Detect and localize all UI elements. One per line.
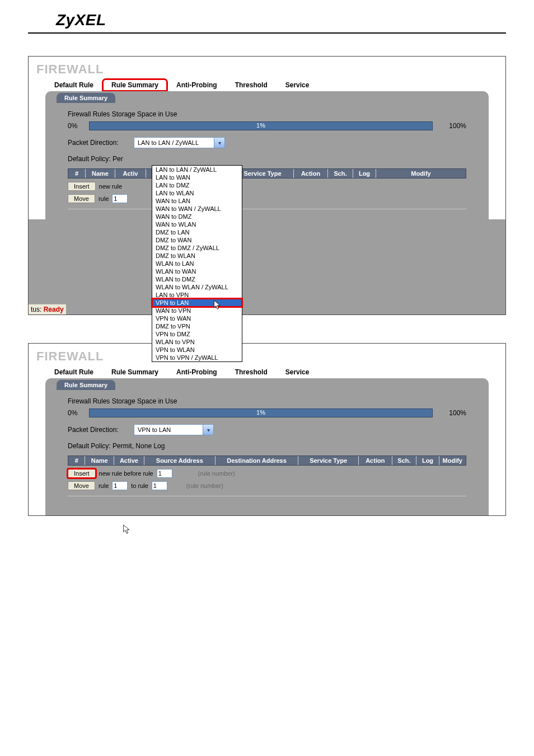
direction-option[interactable]: VPN to WLAN [152, 346, 242, 354]
move-text-b: to rule [131, 482, 148, 489]
tab-threshold-2[interactable]: Threshold [226, 366, 277, 378]
packet-direction-label: Packet Direction: [68, 139, 129, 147]
storage-100pct: 100% [438, 122, 466, 130]
divider-2 [68, 496, 466, 496]
firewall-panel-2: FIREWALL Default Rule Rule Summary Anti-… [28, 343, 506, 516]
rule-summary-body-2: Rule Summary Firewall Rules Storage Spac… [45, 378, 489, 515]
direction-option[interactable]: VPN to LAN [152, 299, 242, 307]
direction-option[interactable]: WLAN to LAN [152, 260, 242, 267]
th-sch-2: Sch. [392, 456, 417, 465]
move-row-2: Move rule to rule (rule number) [68, 481, 466, 490]
inner-tab-rule-summary: Rule Summary [57, 93, 115, 103]
th-dst-2: Destination Address [216, 456, 298, 465]
packet-direction-label-2: Packet Direction: [68, 426, 129, 434]
tab-bar: Default Rule Rule Summary Anti-Probing T… [45, 79, 505, 91]
divider [68, 209, 466, 209]
tab-rule-summary[interactable]: Rule Summary [102, 79, 167, 91]
direction-option[interactable]: LAN to LAN / ZyWALL [152, 166, 242, 173]
direction-option[interactable]: WAN to WLAN [152, 220, 242, 228]
storage-label-2: Firewall Rules Storage Space in Use [68, 397, 466, 405]
direction-option[interactable]: VPN to DMZ [152, 330, 242, 338]
chevron-down-icon[interactable]: ▾ [214, 138, 224, 148]
direction-option[interactable]: DMZ to LAN [152, 228, 242, 236]
packet-direction-select-2[interactable]: VPN to LAN ▾ [134, 424, 214, 435]
direction-option[interactable]: WAN to LAN [152, 197, 242, 205]
chevron-down-icon-2[interactable]: ▾ [203, 425, 213, 435]
insert-text-2: new rule before rule [99, 470, 153, 477]
storage-0pct: 0% [68, 122, 83, 130]
inner-tab-bar-2: Rule Summary [45, 378, 489, 392]
storage-row: 0% 1% 100% [68, 121, 466, 130]
tab-default-rule-2[interactable]: Default Rule [45, 366, 102, 378]
inner-tab-bar: Rule Summary [45, 91, 489, 105]
th-sch: Sch. [328, 169, 353, 178]
th-active: Activ [115, 169, 146, 178]
move-row: Move rule nber) [68, 194, 466, 203]
packet-direction-select[interactable]: LAN to LAN / ZyWALL ▾ [134, 137, 225, 148]
rules-table-header: # Name Activ stination Address Service T… [68, 168, 466, 179]
direction-option[interactable]: WAN to WAN / ZyWALL [152, 205, 242, 213]
direction-option[interactable]: WAN to DMZ [152, 213, 242, 220]
storage-bar: 1% [89, 121, 433, 130]
firewall-panel-1: FIREWALL Default Rule Rule Summary Anti-… [28, 56, 506, 315]
page-title: FIREWALL [36, 62, 505, 77]
direction-option[interactable]: LAN to DMZ [152, 181, 242, 189]
tab-service[interactable]: Service [277, 79, 318, 91]
direction-option[interactable]: LAN to WAN [152, 173, 242, 181]
default-policy-text: Default Policy: Permit, None Log [68, 442, 165, 450]
direction-option[interactable]: VPN to WAN [152, 314, 242, 322]
move-button-2[interactable]: Move [68, 481, 95, 490]
direction-option[interactable]: DMZ to DMZ / ZyWALL [152, 244, 242, 252]
move-rule-input[interactable] [112, 194, 128, 203]
th-log-2: Log [416, 456, 439, 465]
move-text: rule [99, 195, 109, 202]
status-bar: tus: Ready [29, 304, 66, 314]
insert-rule-input[interactable] [157, 469, 172, 478]
tab-bar-2: Default Rule Rule Summary Anti-Probing T… [45, 366, 505, 378]
rules-table-header-2: # Name Active Source Address Destination… [68, 456, 466, 466]
direction-option[interactable]: LAN to VPN [152, 291, 242, 299]
insert-button-2[interactable]: Insert [68, 469, 96, 478]
th-num: # [68, 169, 86, 178]
storage-bar-2: 1% [89, 408, 433, 417]
direction-option[interactable]: WLAN to WAN [152, 267, 242, 275]
storage-current-pct-2: 1% [256, 409, 265, 416]
th-num-2: # [68, 456, 85, 465]
move-rule-input-a[interactable] [112, 481, 128, 490]
storage-label: Firewall Rules Storage Space in Use [68, 110, 466, 118]
tab-rule-summary-2[interactable]: Rule Summary [102, 366, 167, 378]
th-modify-2: Modify [439, 456, 466, 465]
th-src-2: Source Address [144, 456, 216, 465]
insert-button[interactable]: Insert [68, 182, 96, 191]
move-button[interactable]: Move [68, 194, 95, 203]
cursor-icon-2 [123, 524, 132, 535]
th-stype-2: Service Type [298, 456, 359, 465]
tab-anti-probing[interactable]: Anti-Probing [167, 79, 226, 91]
default-policy-label: Default Policy: Per [68, 155, 123, 163]
storage-current-pct: 1% [256, 122, 265, 129]
packet-direction-value: LAN to LAN / ZyWALL [134, 139, 214, 146]
direction-option[interactable]: WLAN to DMZ [152, 275, 242, 283]
direction-option[interactable]: WLAN to VPN [152, 338, 242, 346]
tab-default-rule[interactable]: Default Rule [45, 79, 102, 91]
th-name-2: Name [85, 456, 114, 465]
tab-threshold[interactable]: Threshold [226, 79, 277, 91]
direction-option[interactable]: DMZ to WLAN [152, 252, 242, 260]
direction-option[interactable]: WAN to VPN [152, 307, 242, 314]
direction-dropdown[interactable]: LAN to LAN / ZyWALLLAN to WANLAN to DMZL… [152, 165, 242, 362]
status-prefix: tus: [31, 306, 44, 313]
tab-service-2[interactable]: Service [277, 366, 318, 378]
storage-row-2: 0% 1% 100% [68, 408, 466, 417]
direction-option[interactable]: DMZ to VPN [152, 322, 242, 330]
direction-option[interactable]: VPN to VPN / ZyWALL [152, 354, 242, 361]
rule-summary-body: Rule Summary Firewall Rules Storage Spac… [45, 91, 489, 219]
th-name: Name [86, 169, 115, 178]
move-rule-input-b[interactable] [152, 481, 167, 490]
direction-option[interactable]: DMZ to WAN [152, 236, 242, 244]
bottom-gray-area: tus: Ready [29, 219, 505, 314]
status-value: Ready [44, 306, 64, 313]
direction-option[interactable]: WLAN to WLAN / ZyWALL [152, 283, 242, 291]
tab-anti-probing-2[interactable]: Anti-Probing [167, 366, 226, 378]
direction-option[interactable]: LAN to WLAN [152, 189, 242, 197]
th-active-2: Active [114, 456, 144, 465]
